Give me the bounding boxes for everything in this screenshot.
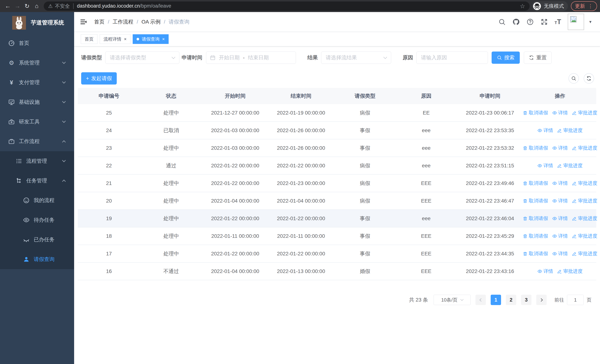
cancel-leave-link[interactable]: 取消请假: [523, 215, 548, 222]
avatar[interactable]: [568, 14, 584, 30]
sidebar-item-infrastructure[interactable]: 基础设施: [0, 92, 74, 112]
detail-link[interactable]: 详情: [552, 250, 568, 257]
page-button-2[interactable]: 2: [506, 295, 516, 305]
sidebar-item-leave-query[interactable]: 请假查询: [0, 250, 74, 269]
detail-link[interactable]: 详情: [537, 268, 553, 274]
cell-id: 17: [78, 251, 140, 257]
breadcrumb-oa-example[interactable]: OA 示例: [141, 18, 161, 25]
progress-link[interactable]: 审批进度: [557, 268, 582, 274]
tab-home[interactable]: 首页: [81, 34, 97, 44]
progress-link[interactable]: 审批进度: [572, 110, 597, 116]
github-icon[interactable]: [512, 18, 520, 26]
fullscreen-icon[interactable]: [541, 18, 548, 26]
progress-link[interactable]: 审批进度: [572, 145, 597, 151]
sidebar-item-payment[interactable]: ¥ 支付管理: [0, 73, 74, 92]
page-content: 请假类型 请选择请假类型 申请时间 开始日期 - 结束日期 结果 请选择流结果: [74, 46, 600, 364]
progress-link[interactable]: 审批进度: [557, 127, 582, 134]
detail-link[interactable]: 详情: [537, 127, 553, 134]
create-leave-button[interactable]: + 发起请假: [81, 72, 117, 84]
refresh-table-button[interactable]: [584, 73, 594, 84]
avatar-caret-icon[interactable]: ▼: [589, 20, 592, 24]
calendar-icon: [210, 55, 216, 60]
next-page-button[interactable]: [536, 295, 547, 305]
sidebar-item-home[interactable]: 首页: [0, 33, 74, 53]
goto-page-input[interactable]: [567, 295, 584, 305]
security-indicator[interactable]: ⚠ 不安全: [48, 3, 70, 9]
update-label: 更新: [575, 3, 585, 9]
cancel-leave-link[interactable]: 取消请假: [523, 233, 548, 239]
close-icon[interactable]: ×: [162, 37, 165, 42]
reset-button[interactable]: 重置: [524, 52, 552, 64]
result-select[interactable]: 请选择流结果: [321, 52, 391, 64]
apply-time-range-picker[interactable]: 开始日期 - 结束日期: [206, 52, 296, 64]
sidebar-item-task-management[interactable]: 任务管理: [0, 171, 74, 191]
cell-id: 20: [78, 198, 140, 204]
detail-link[interactable]: 详情: [552, 197, 568, 204]
close-icon[interactable]: ×: [124, 37, 127, 42]
cancel-leave-link[interactable]: 取消请假: [523, 180, 548, 187]
bookmark-star-icon[interactable]: ☆: [520, 3, 525, 10]
progress-link[interactable]: 审批进度: [572, 250, 597, 257]
cancel-leave-link[interactable]: 取消请假: [523, 110, 548, 116]
browser-home-button[interactable]: ⌂: [32, 1, 41, 11]
progress-link[interactable]: 审批进度: [557, 162, 582, 169]
date-separator: -: [243, 55, 244, 61]
leave-type-select[interactable]: 请选择请假类型: [105, 52, 179, 64]
top-navbar: 首页 / 工作流程 / OA 示例 / 请假查询 TT ▼: [74, 12, 600, 32]
address-bar[interactable]: ⚠ 不安全 dashboard.yudao.iocoder.cn/bpm/oa/…: [44, 1, 530, 11]
detail-link[interactable]: 详情: [552, 110, 568, 116]
sidebar-item-process-management[interactable]: 流程管理: [0, 151, 74, 171]
kebab-menu-icon[interactable]: ⋮: [588, 3, 593, 9]
page-button-3[interactable]: 3: [521, 295, 531, 305]
cell-actions: 详情 审批进度: [524, 127, 596, 134]
detail-link[interactable]: 详情: [552, 233, 568, 239]
page-size-select[interactable]: 10条/页: [434, 295, 471, 305]
reason-input[interactable]: [416, 52, 488, 64]
cell-actions: 取消请假 详情 审批进度: [524, 233, 596, 239]
search-button[interactable]: 搜索: [492, 52, 520, 64]
sidebar-item-dev-tools[interactable]: 研发工具: [0, 112, 74, 131]
sidebar-item-workflow[interactable]: 工作流程: [0, 131, 74, 151]
sidebar-item-my-process[interactable]: 我的流程: [0, 191, 74, 210]
help-icon[interactable]: [526, 18, 534, 26]
detail-link[interactable]: 详情: [552, 215, 568, 222]
progress-link[interactable]: 审批进度: [572, 215, 597, 222]
start-date-placeholder: 开始日期: [219, 54, 240, 61]
cell-end-time: 2022-01-26 00:00:00: [268, 128, 334, 133]
cell-start-time: 2022-01-22 00:00:00: [202, 215, 268, 222]
font-size-icon[interactable]: TT: [555, 18, 561, 26]
tab-leave-query[interactable]: 请假查询 ×: [133, 34, 169, 44]
app-logo[interactable]: 芋道管理系统: [0, 12, 74, 33]
search-icon[interactable]: [498, 18, 506, 26]
breadcrumb-current: 请假查询: [169, 18, 189, 25]
detail-link[interactable]: 详情: [552, 180, 568, 187]
browser-update-button[interactable]: 更新 ⋮: [571, 1, 597, 11]
sidebar-item-done-tasks[interactable]: 已办任务: [0, 230, 74, 250]
sidebar-item-todo-tasks[interactable]: 待办任务: [0, 210, 74, 230]
browser-back-button[interactable]: ←: [3, 1, 13, 11]
prev-page-button[interactable]: [476, 295, 486, 305]
progress-link[interactable]: 审批进度: [572, 197, 597, 204]
detail-link[interactable]: 详情: [537, 162, 553, 169]
breadcrumb-home[interactable]: 首页: [94, 18, 104, 25]
tab-process-detail[interactable]: 流程详情 ×: [100, 34, 131, 44]
cancel-leave-link[interactable]: 取消请假: [523, 197, 548, 204]
cancel-leave-link[interactable]: 取消请假: [523, 145, 548, 151]
detail-link[interactable]: 详情: [552, 145, 568, 151]
browser-forward-button[interactable]: →: [13, 1, 22, 11]
cell-reason: EEE: [396, 268, 456, 274]
page-button-1[interactable]: 1: [491, 295, 501, 305]
toggle-search-button[interactable]: [569, 73, 579, 84]
pen-icon: [572, 111, 577, 115]
active-dot: [137, 38, 139, 40]
reason-label: 原因: [403, 54, 413, 61]
sidebar-collapse-icon[interactable]: [80, 18, 87, 26]
cell-status: 处理中: [140, 180, 202, 187]
browser-reload-button[interactable]: ↻: [22, 1, 32, 11]
sidebar-item-system[interactable]: ⚙ 系统管理: [0, 53, 74, 73]
breadcrumb-workflow[interactable]: 工作流程: [113, 18, 133, 25]
cancel-leave-link[interactable]: 取消请假: [523, 250, 548, 257]
progress-link[interactable]: 审批进度: [572, 180, 597, 187]
search-icon: [497, 55, 502, 60]
progress-link[interactable]: 审批进度: [572, 233, 597, 239]
